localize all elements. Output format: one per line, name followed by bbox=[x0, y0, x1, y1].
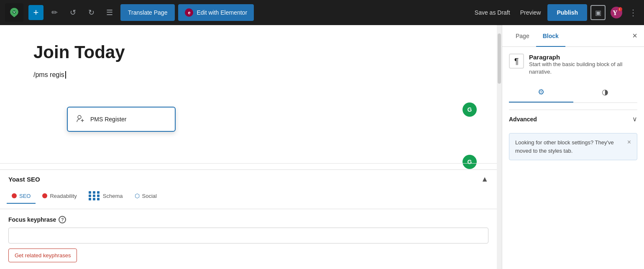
advanced-section: Advanced ∨ bbox=[509, 110, 637, 128]
svg-point-4 bbox=[78, 115, 81, 119]
view-icon: ▣ bbox=[595, 9, 601, 17]
autocomplete-item-pms-register[interactable]: PMS Register bbox=[71, 111, 171, 128]
advanced-label: Advanced bbox=[509, 116, 537, 123]
info-box: Looking for other block settings? They'v… bbox=[509, 133, 637, 160]
tab-social[interactable]: ⬡ Social bbox=[130, 189, 162, 204]
editor-divider bbox=[0, 163, 502, 164]
settings-icon: ⚙ bbox=[538, 87, 544, 97]
right-panel: Page Block × ¶ Paragraph Start with the … bbox=[502, 25, 644, 269]
undo-icon: ↺ bbox=[70, 8, 76, 17]
tab-page[interactable]: Page bbox=[509, 26, 536, 47]
save-draft-button[interactable]: Save as Draft bbox=[471, 9, 514, 16]
yoast-tabs: SEO Readability Schema bbox=[0, 189, 497, 209]
block-description: Start with the basic building block of a… bbox=[529, 61, 637, 76]
main-layout: Join Today PMS Register /pms regis bbox=[0, 25, 644, 269]
readability-status-dot bbox=[42, 193, 47, 198]
panel-close-button[interactable]: × bbox=[632, 31, 637, 41]
grammarly-button-2[interactable]: G bbox=[463, 155, 477, 169]
readability-tab-label: Readability bbox=[50, 193, 77, 199]
add-block-button[interactable]: + bbox=[28, 5, 43, 20]
shortcode-text[interactable]: /pms regis bbox=[33, 71, 468, 79]
info-box-close-button[interactable]: × bbox=[627, 138, 631, 146]
page-title[interactable]: Join Today bbox=[33, 42, 468, 63]
more-options-button[interactable]: ⋮ bbox=[627, 6, 639, 19]
cursor bbox=[65, 71, 66, 79]
focus-keyphrase-label: Focus keyphrase ? bbox=[8, 216, 488, 223]
yoast-header[interactable]: Yoast SEO ▲ bbox=[0, 170, 497, 189]
social-tab-label: Social bbox=[142, 193, 157, 199]
autocomplete-dropdown: PMS Register bbox=[67, 107, 176, 132]
topbar: + ✏ ↺ ↻ ☰ Translate Page e Edit with Ele… bbox=[0, 0, 644, 25]
advanced-chevron-icon: ∨ bbox=[632, 115, 637, 123]
ellipsis-icon: ⋮ bbox=[629, 8, 637, 17]
yoast-icon-button[interactable]: Y ! bbox=[609, 5, 624, 20]
social-share-icon: ⬡ bbox=[135, 192, 140, 199]
publish-button[interactable]: Publish bbox=[547, 4, 587, 21]
elementor-icon: e bbox=[185, 8, 193, 17]
editor-scrollbar-thumb[interactable] bbox=[498, 33, 501, 84]
get-related-keyphrases-button[interactable]: Get related keyphrases bbox=[8, 249, 77, 262]
undo-button[interactable]: ↺ bbox=[65, 5, 80, 20]
block-info: ¶ Paragraph Start with the basic buildin… bbox=[509, 54, 637, 76]
pen-icon: ✏ bbox=[51, 8, 58, 17]
edit-with-elementor-button[interactable]: e Edit with Elementor bbox=[178, 4, 254, 21]
autocomplete-item-label: PMS Register bbox=[90, 116, 126, 123]
seo-tab-label: SEO bbox=[19, 193, 31, 199]
tab-seo[interactable]: SEO bbox=[7, 189, 36, 204]
right-panel-header: Page Block × bbox=[502, 25, 644, 47]
tab-schema[interactable]: Schema bbox=[84, 189, 128, 204]
view-toggle-button[interactable]: ▣ bbox=[590, 5, 606, 20]
logo[interactable] bbox=[5, 3, 23, 22]
right-panel-body: ¶ Paragraph Start with the basic buildin… bbox=[502, 47, 644, 269]
advanced-header[interactable]: Advanced ∨ bbox=[509, 110, 637, 128]
pms-register-icon bbox=[76, 114, 86, 124]
preview-button[interactable]: Preview bbox=[517, 9, 544, 16]
seo-status-dot bbox=[12, 193, 17, 198]
block-details: Paragraph Start with the basic building … bbox=[529, 54, 637, 76]
panel-settings-tab[interactable]: ⚙ bbox=[509, 82, 573, 102]
svg-point-2 bbox=[618, 7, 622, 11]
info-box-text: Looking for other block settings? They'v… bbox=[515, 138, 624, 155]
yoast-content: Focus keyphrase ? Get related keyphrases bbox=[0, 209, 497, 269]
details-button[interactable]: ☰ bbox=[102, 5, 117, 20]
yoast-collapse-icon: ▲ bbox=[481, 175, 488, 184]
panel-styles-tab[interactable]: ◑ bbox=[573, 82, 638, 102]
svg-text:Y: Y bbox=[613, 9, 618, 16]
focus-keyphrase-input[interactable] bbox=[8, 228, 488, 243]
schema-tab-label: Schema bbox=[103, 193, 123, 199]
editor-area: Join Today PMS Register /pms regis bbox=[0, 25, 502, 269]
details-icon: ☰ bbox=[106, 8, 113, 17]
schema-grid-icon bbox=[89, 191, 100, 200]
redo-button[interactable]: ↻ bbox=[84, 5, 99, 20]
tab-readability[interactable]: Readability bbox=[37, 189, 82, 204]
panel-icon-tabs: ⚙ ◑ bbox=[509, 82, 637, 103]
grammarly-button-1[interactable]: G bbox=[463, 102, 477, 117]
yoast-title: Yoast SEO bbox=[8, 176, 40, 183]
block-name: Paragraph bbox=[529, 54, 637, 61]
tools-button[interactable]: ✏ bbox=[47, 5, 62, 20]
yoast-seo-panel: Yoast SEO ▲ SEO Readability bbox=[0, 169, 497, 269]
plus-icon: + bbox=[33, 8, 39, 17]
tab-block[interactable]: Block bbox=[536, 26, 565, 47]
editor-scrollbar[interactable] bbox=[497, 25, 502, 269]
svg-text:!: ! bbox=[619, 8, 620, 11]
editor-content: Join Today PMS Register /pms regis bbox=[0, 25, 502, 95]
block-type-icon: ¶ bbox=[509, 54, 524, 69]
styles-icon: ◑ bbox=[602, 87, 608, 97]
redo-icon: ↻ bbox=[88, 8, 95, 17]
translate-page-button[interactable]: Translate Page bbox=[120, 4, 175, 21]
focus-keyphrase-help[interactable]: ? bbox=[59, 216, 66, 223]
